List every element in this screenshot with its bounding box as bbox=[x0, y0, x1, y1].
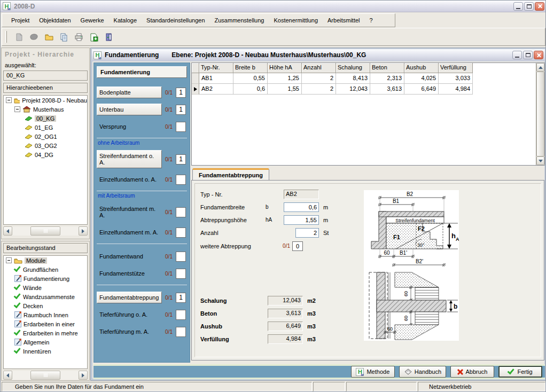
cell[interactable]: 0,55 bbox=[233, 73, 268, 84]
module-count-box[interactable] bbox=[176, 207, 186, 217]
module-button-bodenplatte[interactable]: Bodenplatte bbox=[97, 87, 162, 98]
scroll-left-icon[interactable] bbox=[3, 226, 12, 236]
scroll-down-icon[interactable] bbox=[536, 156, 544, 165]
row-selector-current[interactable] bbox=[192, 84, 199, 95]
module-count-box[interactable] bbox=[176, 228, 186, 238]
tree-item-01eg[interactable]: 01_EG bbox=[4, 123, 87, 132]
restore-button[interactable] bbox=[524, 2, 534, 11]
copy-icon[interactable] bbox=[58, 32, 69, 42]
menu-arbeitsmittel[interactable]: Arbeitsmittel bbox=[323, 15, 365, 26]
menu-zusammenstellung[interactable]: Zusammenstellung bbox=[210, 15, 269, 26]
module-count-box[interactable]: 1 bbox=[176, 154, 186, 164]
module-item-fundamentwand[interactable]: Fundamentwand bbox=[97, 250, 162, 262]
scroll-right-icon[interactable] bbox=[79, 226, 88, 236]
column-header[interactable]: Aushub bbox=[404, 63, 439, 73]
tree-item-module[interactable]: Module bbox=[4, 256, 87, 265]
module-item[interactable]: Innentüren bbox=[4, 347, 87, 356]
scroll-up-icon[interactable] bbox=[536, 63, 544, 72]
cell[interactable]: AB1 bbox=[199, 73, 233, 84]
module-item-streifenfundament-ma[interactable]: Streifenfundament m. A. bbox=[97, 203, 162, 221]
scroll-right-icon[interactable] bbox=[79, 371, 88, 380]
module-count-box[interactable] bbox=[176, 310, 186, 320]
weitere-abtreppung-box[interactable]: 0 bbox=[292, 241, 303, 251]
module-count-box[interactable]: 1 bbox=[176, 88, 186, 98]
scrollbar-thumb[interactable] bbox=[536, 72, 544, 156]
column-header[interactable]: Anzahl bbox=[302, 63, 336, 73]
module-item-fundamentstuetze[interactable]: Fundamentstütze bbox=[97, 268, 162, 279]
menu-kataloge[interactable]: Kataloge bbox=[109, 15, 142, 26]
tree-item-04dg[interactable]: 04_DG bbox=[4, 150, 87, 159]
scrollbar-track[interactable] bbox=[12, 226, 79, 236]
tree-item-00kg[interactable]: 00_KG bbox=[4, 114, 87, 123]
module-item-tieferfuehrung-ma[interactable]: Tieferführung m. A. bbox=[97, 326, 162, 338]
cell[interactable]: 8,413 bbox=[336, 73, 370, 84]
module-item[interactable]: Erdarbeiten in mehre bbox=[4, 328, 87, 338]
column-header[interactable]: Verfüllung bbox=[439, 63, 473, 73]
scroll-left-icon[interactable] bbox=[3, 371, 12, 380]
close-button[interactable] bbox=[535, 2, 544, 11]
scrollbar-thumb[interactable] bbox=[30, 226, 60, 236]
module-item[interactable]: Allgemein bbox=[4, 338, 87, 347]
module-button-fundamentabtreppung[interactable]: Fundamentabtreppung bbox=[97, 292, 162, 303]
module-item[interactable]: Wände bbox=[4, 283, 87, 292]
inner-close-button[interactable] bbox=[534, 51, 543, 59]
module-item[interactable]: Grundflächen bbox=[4, 265, 87, 274]
menu-kostenermittlung[interactable]: Kostenermittlung bbox=[269, 15, 323, 26]
progress-hscrollbar[interactable] bbox=[3, 371, 88, 380]
collapse-icon[interactable] bbox=[6, 257, 12, 263]
module-count-box[interactable] bbox=[176, 327, 186, 337]
column-header[interactable]: Beton bbox=[370, 63, 404, 73]
module-item[interactable]: Erdarbeiten in einer bbox=[4, 319, 87, 328]
tree-item-project[interactable]: Projekt 2008-D - Neubau bbox=[4, 96, 87, 105]
table-vscrollbar[interactable] bbox=[536, 63, 544, 165]
column-header[interactable]: Höhe hA bbox=[268, 63, 302, 73]
cell[interactable]: 6,649 bbox=[404, 84, 439, 95]
module-count-box[interactable] bbox=[176, 269, 186, 279]
module-item-einzelfundament-oa[interactable]: Einzelfundament o. A. bbox=[97, 174, 162, 185]
menu-help[interactable]: ? bbox=[365, 15, 378, 26]
menu-objektdaten[interactable]: Objektdaten bbox=[34, 15, 75, 26]
cell[interactable]: 1,55 bbox=[268, 84, 302, 95]
cell[interactable]: 2 bbox=[302, 73, 336, 84]
cell[interactable]: 3,613 bbox=[370, 84, 404, 95]
cell[interactable]: 2,313 bbox=[370, 73, 404, 84]
module-item[interactable]: Wandzusammenste bbox=[4, 292, 87, 301]
module-item-versprung[interactable]: Versprung bbox=[97, 121, 162, 132]
module-item[interactable]: Raumbuch Innen bbox=[4, 310, 87, 319]
module-count-box[interactable] bbox=[176, 252, 186, 262]
handbuch-button[interactable]: Handbuch bbox=[399, 366, 446, 378]
hierarchy-hscrollbar[interactable] bbox=[3, 226, 88, 236]
module-item-tieferfuehrung-oa[interactable]: Tieferführung o. A. bbox=[97, 309, 162, 320]
table-row-selected[interactable]: AB2 0,6 1,55 2 12,043 3,613 6,649 4,984 bbox=[192, 84, 544, 95]
open-folder-icon[interactable] bbox=[43, 32, 54, 42]
collapse-icon[interactable] bbox=[6, 97, 12, 103]
column-header[interactable]: Typ-Nr. bbox=[199, 63, 233, 73]
module-item-einzelfundament-ma[interactable]: Einzelfundament m. A. bbox=[97, 226, 162, 238]
table-row[interactable]: AB1 0,55 1,25 2 8,413 2,313 4,025 3,033 bbox=[192, 73, 544, 84]
toolbar-grip[interactable] bbox=[5, 31, 7, 43]
column-header[interactable]: Breite b bbox=[233, 63, 268, 73]
cell[interactable]: 3,033 bbox=[439, 73, 473, 84]
anzahl-input[interactable] bbox=[295, 228, 319, 238]
inner-maximize-button[interactable] bbox=[523, 51, 533, 59]
exit-door-icon[interactable] bbox=[103, 32, 114, 42]
methode-button[interactable]: H Methode bbox=[351, 366, 395, 378]
cell[interactable]: 0,6 bbox=[233, 84, 268, 95]
open-project-icon[interactable] bbox=[28, 32, 39, 42]
module-count-box[interactable]: 1 bbox=[176, 105, 186, 115]
tree-item-02og1[interactable]: 02_OG1 bbox=[4, 132, 87, 141]
menu-standardeinstellungen[interactable]: Standardeinstellungen bbox=[142, 15, 209, 26]
module-item[interactable]: Decken bbox=[4, 301, 87, 310]
module-item[interactable]: Fundamentierung bbox=[4, 274, 87, 283]
cell[interactable]: 1,25 bbox=[268, 73, 302, 84]
export-icon[interactable] bbox=[88, 32, 99, 42]
abbruch-button[interactable]: Abbruch bbox=[450, 366, 494, 378]
scrollbar-track[interactable] bbox=[12, 371, 79, 380]
print-icon[interactable] bbox=[73, 32, 84, 42]
module-count-box[interactable] bbox=[176, 175, 186, 185]
row-selector[interactable] bbox=[192, 73, 199, 84]
tree-item-musterhaus[interactable]: Musterhaus bbox=[4, 105, 87, 114]
inner-minimize-button[interactable] bbox=[512, 51, 522, 59]
abtreppungshoehe-input[interactable] bbox=[284, 215, 319, 225]
menu-gewerke[interactable]: Gewerke bbox=[76, 15, 109, 26]
